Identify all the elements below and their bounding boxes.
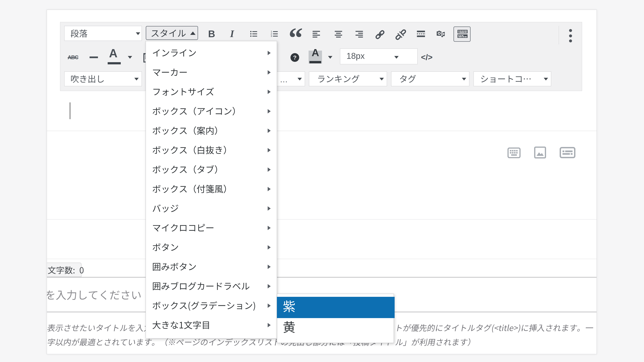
svg-text:?: ? — [293, 54, 297, 61]
svg-text:3: 3 — [271, 35, 272, 37]
